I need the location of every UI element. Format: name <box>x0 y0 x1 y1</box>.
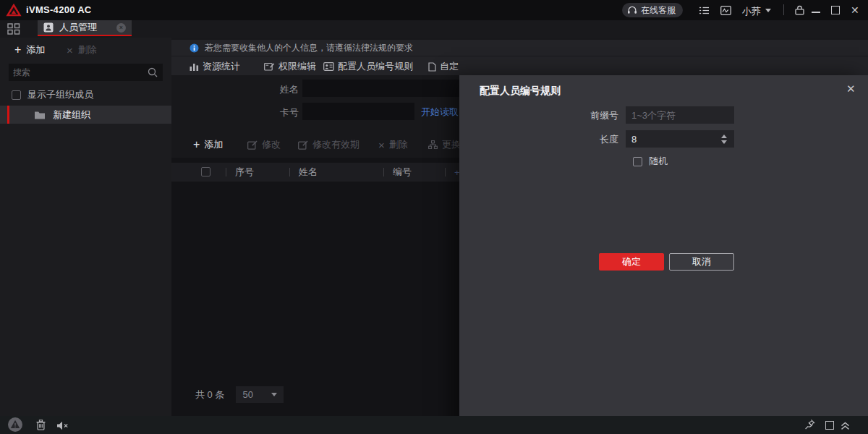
online-support-button[interactable]: 在线客服 <box>622 3 683 17</box>
tab-close-icon[interactable]: × <box>116 23 126 33</box>
main-toolbar: 资源统计 权限编辑 配置人员编号规则 自定 <box>171 56 868 75</box>
permission-edit-label: 权限编辑 <box>278 60 316 73</box>
select-all-checkbox[interactable] <box>201 167 210 176</box>
header-divider <box>383 168 384 176</box>
configure-id-rule-label: 配置人员编号规则 <box>338 60 413 73</box>
plus-icon: + <box>193 139 200 150</box>
org-search-box <box>9 64 163 81</box>
length-stepper[interactable] <box>718 130 730 148</box>
custom-field-label: 自定 <box>440 60 459 73</box>
add-person-button[interactable]: + 添加 <box>193 138 223 151</box>
plus-icon: + <box>14 44 21 56</box>
dialog-title: 配置人员编号规则 <box>480 85 561 98</box>
modify-validity-button[interactable]: 修改有效期 <box>298 138 359 151</box>
stepper-up-icon[interactable] <box>721 135 727 138</box>
selected-indicator <box>7 106 9 124</box>
online-support-label: 在线客服 <box>641 4 676 17</box>
body: + 添加 × 删除 显示子组织成员 新建组织 <box>0 38 868 416</box>
x-icon: × <box>67 45 73 56</box>
tab-bar: 人员管理 × <box>0 20 868 38</box>
info-icon <box>190 43 199 53</box>
length-label: 长度 <box>546 133 618 146</box>
name-label: 姓名 <box>171 83 299 96</box>
col-id-header[interactable]: 编号 <box>393 166 412 179</box>
pin-icon[interactable] <box>804 419 816 433</box>
resource-stats-button[interactable]: 资源统计 <box>190 60 240 73</box>
delete-org-button[interactable]: × 删除 <box>67 43 97 56</box>
col-index-header[interactable]: 序号 <box>235 166 254 179</box>
modify-validity-label: 修改有效期 <box>312 138 359 151</box>
start-read-label: 开始读取 <box>421 106 459 119</box>
change-org-label: 更换 <box>442 138 461 151</box>
modify-person-button[interactable]: 修改 <box>247 138 281 151</box>
id-card-icon <box>323 62 334 71</box>
close-window-button[interactable]: ✕ <box>851 4 859 17</box>
delete-person-button[interactable]: × 删除 <box>378 138 408 151</box>
show-sub-members-label: 显示子组织成员 <box>27 88 93 101</box>
titlebar-divider <box>783 4 784 15</box>
add-org-label: 添加 <box>26 43 45 56</box>
app-title: iVMS-4200 AC <box>26 4 92 15</box>
card-edit-icon <box>264 62 275 72</box>
tool-media-icon[interactable] <box>720 5 731 18</box>
header-divider <box>445 168 446 176</box>
minimize-button[interactable] <box>812 12 820 13</box>
trash-icon[interactable] <box>36 420 46 433</box>
configure-id-rule-button[interactable]: 配置人员编号规则 <box>323 60 413 73</box>
dialog-close-icon[interactable]: ✕ <box>845 81 857 97</box>
tab-person-management[interactable]: 人员管理 × <box>38 20 132 36</box>
username[interactable]: 小荞 <box>742 5 761 18</box>
change-org-button[interactable]: 更换 <box>428 138 461 151</box>
org-tree-icon <box>428 140 438 149</box>
resource-stats-label: 资源统计 <box>203 60 240 73</box>
user-menu-caret-icon[interactable] <box>765 9 771 12</box>
delete-person-label: 删除 <box>389 138 408 151</box>
permission-edit-button[interactable]: 权限编辑 <box>264 60 316 73</box>
privacy-info-bar: 若您需要收集他人的个人信息，请遵循法律法规的要求 <box>171 40 868 56</box>
card-input[interactable] <box>302 103 414 120</box>
prefix-input[interactable] <box>626 106 734 124</box>
org-search-input[interactable] <box>9 67 148 77</box>
custom-field-button[interactable]: 自定 <box>428 60 459 73</box>
audio-muted-icon[interactable] <box>56 420 69 433</box>
org-name: 新建组织 <box>53 109 90 122</box>
tab-label: 人员管理 <box>59 21 111 34</box>
edit-icon <box>298 140 308 150</box>
status-bar <box>0 416 868 434</box>
total-count-label: 共 0 条 <box>195 388 224 401</box>
header-divider <box>289 168 290 176</box>
bar-chart-icon <box>190 62 199 71</box>
header-divider <box>226 168 226 176</box>
organization-sidebar: + 添加 × 删除 显示子组织成员 新建组织 <box>0 38 171 416</box>
org-tree-item[interactable]: 新建组织 <box>0 106 171 124</box>
maximize-button[interactable] <box>831 6 840 14</box>
show-sub-members-option[interactable]: 显示子组织成员 <box>12 88 93 101</box>
random-label: 随机 <box>649 155 668 168</box>
panel-maximize-icon[interactable] <box>825 421 834 430</box>
stepper-down-icon[interactable] <box>721 140 727 144</box>
add-org-button[interactable]: + 添加 <box>14 43 45 56</box>
person-card-icon <box>43 22 54 33</box>
apps-grid-icon[interactable] <box>7 23 20 38</box>
document-icon <box>428 62 436 72</box>
pagination-bar: 共 0 条 50 <box>195 386 284 403</box>
x-icon: × <box>378 140 385 150</box>
select-caret-icon <box>271 393 277 396</box>
show-sub-members-checkbox[interactable] <box>12 90 21 100</box>
task-list-icon[interactable] <box>699 5 710 18</box>
random-option[interactable]: 随机 <box>633 155 668 168</box>
edit-icon <box>247 140 258 150</box>
ok-button[interactable]: 确定 <box>599 253 664 271</box>
title-bar: iVMS-4200 AC 在线客服 小荞 ✕ <box>0 0 868 20</box>
page-size-select[interactable]: 50 <box>236 386 284 403</box>
search-icon[interactable] <box>148 67 158 77</box>
lock-icon[interactable] <box>795 5 804 18</box>
collapse-chevrons-icon[interactable] <box>841 420 850 433</box>
random-checkbox[interactable] <box>633 157 642 166</box>
headset-icon <box>627 6 637 14</box>
alarm-center-icon[interactable] <box>7 417 23 434</box>
cancel-button[interactable]: 取消 <box>669 253 734 271</box>
card-label: 卡号 <box>171 106 299 119</box>
col-name-header[interactable]: 姓名 <box>299 166 318 179</box>
prefix-label: 前缀号 <box>546 109 618 122</box>
